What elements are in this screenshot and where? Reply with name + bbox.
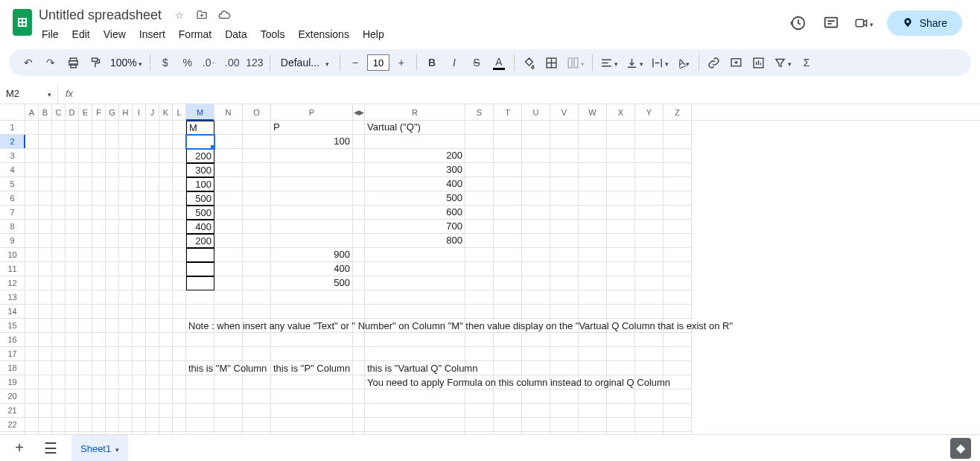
cell-V21[interactable] <box>550 404 579 418</box>
cell-B17[interactable] <box>39 347 52 361</box>
cell-C8[interactable] <box>52 220 66 234</box>
hidden-col-indicator[interactable]: ◀▶ <box>353 104 365 120</box>
cell-I18[interactable] <box>133 361 146 375</box>
row-header-6[interactable]: 6 <box>0 191 25 206</box>
cell-B13[interactable] <box>39 290 52 305</box>
cell-U20[interactable] <box>522 390 550 404</box>
cell-X9[interactable] <box>607 234 635 248</box>
cell-O10[interactable] <box>243 248 271 262</box>
cell-V2[interactable] <box>550 135 579 149</box>
row-header-2[interactable]: 2 <box>0 135 25 149</box>
cell-S13[interactable] <box>465 290 494 305</box>
cell-Z5[interactable] <box>664 177 692 191</box>
cell-D12[interactable] <box>66 276 79 290</box>
cell-W15[interactable] <box>579 319 607 333</box>
cell-L11[interactable] <box>173 262 186 276</box>
cell-Z12[interactable] <box>664 276 692 290</box>
cell-D19[interactable] <box>66 375 79 390</box>
cell-D22[interactable] <box>66 418 79 432</box>
filter-button[interactable] <box>771 52 795 73</box>
cell-N19[interactable] <box>214 375 243 390</box>
cell-G9[interactable] <box>106 234 119 248</box>
cell-A22[interactable] <box>25 418 39 432</box>
cell-C15[interactable] <box>52 319 66 333</box>
sheet-tab[interactable]: Sheet1 <box>71 435 128 442</box>
cell-N20[interactable] <box>214 390 243 404</box>
cell-L6[interactable] <box>173 191 186 206</box>
cell-A19[interactable] <box>25 375 39 390</box>
cell-F1[interactable] <box>92 121 106 135</box>
insert-comment-button[interactable] <box>726 52 747 73</box>
cell-B21[interactable] <box>39 404 52 418</box>
cell-W9[interactable] <box>579 234 607 248</box>
cell-P4[interactable] <box>271 163 353 177</box>
cell-O12[interactable] <box>243 276 271 290</box>
cell-W18[interactable] <box>579 361 607 375</box>
cell-X4[interactable] <box>607 163 635 177</box>
cell-G21[interactable] <box>106 404 119 418</box>
cell-E1[interactable] <box>79 121 92 135</box>
cell-K10[interactable] <box>159 248 173 262</box>
cell-U4[interactable] <box>522 163 550 177</box>
cell-R6[interactable]: 500 <box>365 191 465 206</box>
row-header-10[interactable]: 10 <box>0 248 25 262</box>
cell-P16[interactable] <box>271 333 353 347</box>
cell-W8[interactable] <box>579 220 607 234</box>
cell-A8[interactable] <box>25 220 39 234</box>
fontsize-plus[interactable]: + <box>391 52 412 73</box>
cell-L2[interactable] <box>173 135 186 149</box>
cell-Y9[interactable] <box>635 234 664 248</box>
cell-L14[interactable] <box>173 305 186 319</box>
cell-P15[interactable] <box>271 319 353 333</box>
cell-O6[interactable] <box>243 191 271 206</box>
cell-D9[interactable] <box>66 234 79 248</box>
percent-button[interactable]: % <box>177 52 198 73</box>
col-header-E[interactable]: E <box>79 104 92 120</box>
cell-K9[interactable] <box>159 234 173 248</box>
cell-R22[interactable] <box>365 418 465 432</box>
cell-M17[interactable] <box>186 347 214 361</box>
cell-V3[interactable] <box>550 149 579 163</box>
cell-R10[interactable] <box>365 248 465 262</box>
cell-U15[interactable] <box>522 319 550 333</box>
cell-T13[interactable] <box>494 290 522 305</box>
cell-D6[interactable] <box>66 191 79 206</box>
cell-R7[interactable]: 600 <box>365 206 465 220</box>
cell-A21[interactable] <box>25 404 39 418</box>
cell-G20[interactable] <box>106 390 119 404</box>
cell-M21[interactable] <box>186 404 214 418</box>
cell-J16[interactable] <box>146 333 159 347</box>
cell-K19[interactable] <box>159 375 173 390</box>
cell-Z13[interactable] <box>664 290 692 305</box>
menu-view[interactable]: View <box>98 25 132 43</box>
cell-J1[interactable] <box>146 121 159 135</box>
cell-L22[interactable] <box>173 418 186 432</box>
cell-M22[interactable] <box>186 418 214 432</box>
cell-X1[interactable] <box>607 121 635 135</box>
share-button[interactable]: Share <box>887 10 962 36</box>
cell-B4[interactable] <box>39 163 52 177</box>
cell-R5[interactable]: 400 <box>365 177 465 191</box>
cell-P12[interactable]: 500 <box>271 276 353 290</box>
cell-W19[interactable] <box>579 375 607 390</box>
cell-S3[interactable] <box>465 149 494 163</box>
cell-Y16[interactable] <box>635 333 664 347</box>
cell-E6[interactable] <box>79 191 92 206</box>
cell-L18[interactable] <box>173 361 186 375</box>
cell-W10[interactable] <box>579 248 607 262</box>
cell-I11[interactable] <box>133 262 146 276</box>
cell-P11[interactable]: 400 <box>271 262 353 276</box>
merge-button[interactable] <box>564 52 588 73</box>
cell-H9[interactable] <box>119 234 133 248</box>
cell-R17[interactable] <box>365 347 465 361</box>
italic-button[interactable]: I <box>444 52 465 73</box>
decrease-decimal-button[interactable]: .0← <box>200 52 220 73</box>
cell-P18[interactable] <box>271 361 353 375</box>
cell-G8[interactable] <box>106 220 119 234</box>
cell-D11[interactable] <box>66 262 79 276</box>
cell-K22[interactable] <box>159 418 173 432</box>
cell-M3[interactable]: 200 <box>186 149 214 163</box>
cell-V14[interactable] <box>550 305 579 319</box>
cell-E9[interactable] <box>79 234 92 248</box>
cell-W20[interactable] <box>579 390 607 404</box>
